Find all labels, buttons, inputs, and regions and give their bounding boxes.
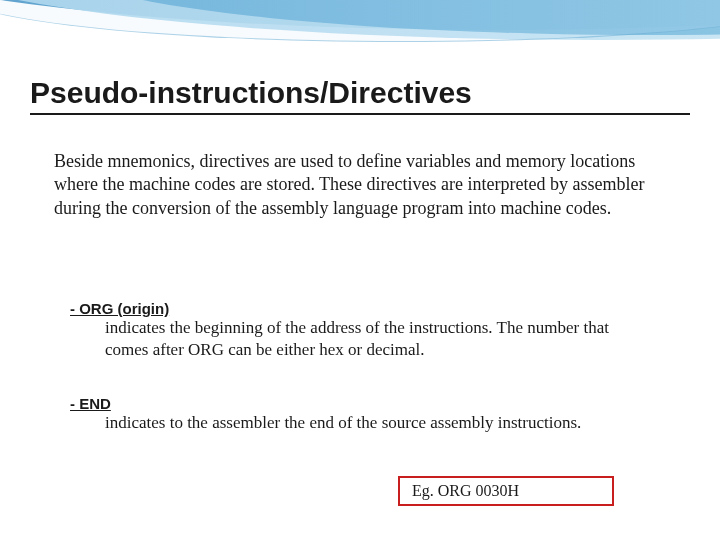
wave-shape	[0, 0, 720, 42]
section-end: - END indicates to the assembler the end…	[70, 395, 660, 434]
section-heading: - END	[70, 395, 660, 412]
section-body: indicates the beginning of the address o…	[105, 317, 650, 361]
example-text: Eg. ORG 0030H	[412, 482, 519, 500]
slide-title: Pseudo-instructions/Directives	[30, 76, 690, 115]
section-org: - ORG (origin) indicates the beginning o…	[70, 300, 660, 361]
intro-paragraph: Beside mnemonics, directives are used to…	[54, 150, 660, 220]
section-body: indicates to the assembler the end of th…	[105, 412, 650, 434]
section-heading: - ORG (origin)	[70, 300, 660, 317]
example-callout: Eg. ORG 0030H	[398, 476, 614, 506]
